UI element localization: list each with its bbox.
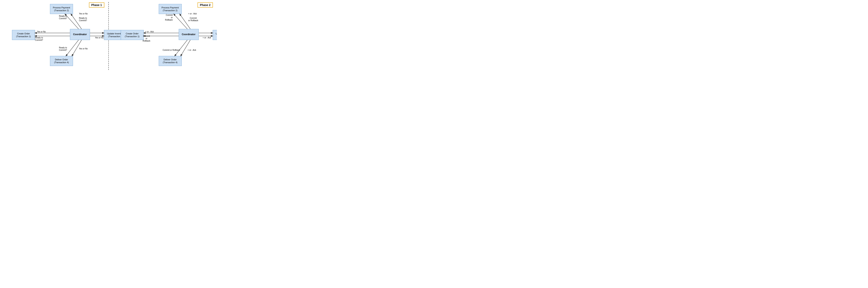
phase1-label-ready-top-right: Ready toCommit? xyxy=(79,17,87,22)
phase1-create-order: Create Order(Transaction 1) xyxy=(12,30,35,40)
svg-line-15 xyxy=(181,40,190,56)
diagram-container: Phase 1 Coordinator Process Payment(Tran… xyxy=(0,0,217,72)
phase1-label-yesno-right-bottom: Yes or No xyxy=(95,37,104,39)
svg-line-14 xyxy=(175,40,187,56)
phase2-deliver-order: Deliver Order(Transaction 4) xyxy=(159,56,182,66)
phase2-label-commit-top-right: Commitor Rollback xyxy=(188,17,198,22)
phase1-label-ready-bottom-left: Ready toCommit? xyxy=(59,46,67,51)
phase2-update-inventory: Update Inventory(Transaction 3) xyxy=(213,30,217,40)
phase2-label-ack-left-top: + or - Ack xyxy=(145,31,154,33)
phase1-label-ready-left-bottom: Ready toCommit? xyxy=(35,37,43,41)
phase2-label: Phase 2 xyxy=(197,2,213,8)
phase1-process-payment: Process Payment(Transaction 2) xyxy=(50,4,73,14)
phase1-label-yesno-top-right: Yes or No xyxy=(79,12,88,15)
phase1-coordinator: Coordinator xyxy=(70,29,90,40)
phase2-label-ack-bottom: + or - Ack xyxy=(188,49,196,51)
phase1-label-yesno-bottom-right: Yes or No xyxy=(79,47,88,50)
svg-line-8 xyxy=(174,14,187,29)
phase2: Phase 2 Coordinator Process Payment(Tran… xyxy=(109,0,217,72)
phase1: Phase 1 Coordinator Process Payment(Tran… xyxy=(0,0,108,72)
phase2-process-payment: Process Payment(Transaction 2) xyxy=(159,4,182,14)
phase2-label-ack-right: + or - Ack xyxy=(203,37,211,39)
phase2-create-order: Create Order(Transaction 1) xyxy=(121,30,144,40)
svg-line-6 xyxy=(66,40,79,56)
phase2-label-commit-bottom: Commit or Rollback xyxy=(163,49,180,51)
phase1-label-ready-top-left: Ready toCommit? xyxy=(59,15,67,20)
phase1-deliver-order: Deliver Order(Transaction 4) xyxy=(50,56,73,66)
phase2-label-commit-left-bottom: CommitorRollback xyxy=(143,35,150,42)
phase2-label-commit-top-left: CommitorRollback xyxy=(165,14,173,21)
phase1-label-yesno-left-top: Yes or No xyxy=(37,31,46,33)
phase1-label: Phase 1 xyxy=(89,2,104,8)
phase2-coordinator: Coordinator xyxy=(179,29,199,40)
svg-line-0 xyxy=(65,14,79,29)
phase2-label-ack-top-right: + or - Ack xyxy=(188,12,197,15)
